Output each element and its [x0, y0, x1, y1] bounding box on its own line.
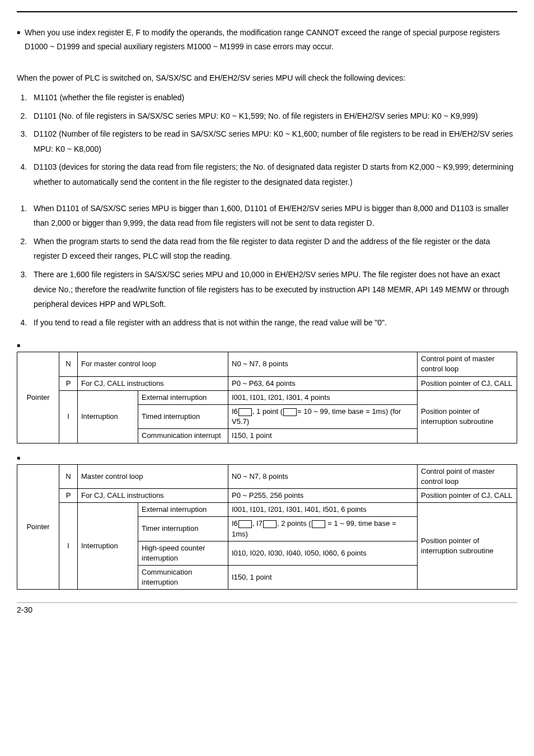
val-cell: I6, 1 point (= 10 ~ 99, time base = 1ms)…: [228, 405, 418, 429]
func-cell: Control point of master control loop: [418, 464, 517, 488]
intro-bullet: ■ When you use index register E, F to mo…: [17, 26, 517, 54]
placeholder-box-icon: [312, 520, 325, 528]
group-cell: Pointer: [17, 352, 59, 443]
sym-cell: P: [59, 488, 78, 502]
val-cell: I001, I101, I201, I301, 4 points: [228, 390, 418, 404]
desc-cell: For CJ, CALL instructions: [78, 376, 228, 390]
table-row: Pointer N Master control loop N0 ~ N7, 8…: [17, 464, 517, 488]
func-cell: Position pointer of CJ, CALL: [418, 488, 517, 502]
sym-cell: N: [59, 352, 78, 376]
pointer-table-2: Pointer N Master control loop N0 ~ N7, 8…: [17, 464, 517, 590]
val-cell: I150, 1 point: [228, 429, 418, 443]
sym-cell: I: [59, 390, 78, 443]
sym-cell: I: [59, 503, 78, 590]
placeholder-box-icon: [263, 520, 277, 528]
range-cell: N0 ~ N7, 8 points: [228, 352, 418, 376]
func-cell: Control point of master control loop: [418, 352, 517, 376]
table-row: P For CJ, CALL instructions P0 ~ P255, 2…: [17, 488, 517, 502]
notes-item: When the program starts to send the data…: [29, 234, 517, 264]
range-cell: P0 ~ P255, 256 points: [228, 488, 418, 502]
sym-cell: P: [59, 376, 78, 390]
check-item: D1102 (Number of file registers to be re…: [29, 127, 517, 156]
table-row: P For CJ, CALL instructions P0 ~ P63, 64…: [17, 376, 517, 390]
desc-cell: For master control loop: [78, 352, 228, 376]
sym-cell: N: [59, 464, 78, 488]
notes-item: When D1101 of SA/SX/SC series MPU is big…: [29, 201, 517, 231]
val-cell: I010, I020, I030, I040, I050, I060, 6 po…: [228, 541, 418, 565]
val-cell: I001, I101, I201, I301, I401, I501, 6 po…: [228, 503, 418, 517]
placeholder-box-icon: [238, 408, 252, 416]
placeholder-box-icon: [238, 520, 252, 528]
notes-item: There are 1,600 file registers in SA/SX/…: [29, 267, 517, 312]
func-cell: Position pointer of interruption subrout…: [418, 503, 517, 590]
type-cell: Communication interrupt: [138, 429, 228, 443]
square-bullet-icon: ■: [17, 28, 20, 54]
type-cell: Timer interruption: [138, 517, 228, 541]
desc-cell: Master control loop: [78, 464, 228, 488]
check-item: D1103 (devices for storing the data read…: [29, 160, 517, 189]
page-number: 2-30: [17, 602, 517, 616]
check-list: M1101 (whether the file register is enab…: [17, 90, 517, 190]
check-item: M1101 (whether the file register is enab…: [29, 90, 517, 105]
func-cell: Position pointer of CJ, CALL: [418, 376, 517, 390]
placeholder-box-icon: [283, 408, 297, 416]
table-row: I Interruption External interruption I00…: [17, 503, 517, 517]
table-row: I Interruption External interruption I00…: [17, 390, 517, 404]
sub-cell: Interruption: [78, 503, 138, 590]
table-row: Pointer N For master control loop N0 ~ N…: [17, 352, 517, 376]
notes-item: If you tend to read a file register with…: [29, 315, 517, 330]
check-item: D1101 (No. of file registers in SA/SX/SC…: [29, 109, 517, 124]
intro-bullet-text: When you use index register E, F to modi…: [25, 26, 517, 54]
val-cell: I6, I7, 2 points ( = 1 ~ 99, time base =…: [228, 517, 418, 541]
type-cell: High-speed counter interruption: [138, 541, 228, 565]
sub-cell: Interruption: [78, 390, 138, 443]
pointer-table-1: Pointer N For master control loop N0 ~ N…: [17, 352, 517, 443]
type-cell: Communication interruption: [138, 566, 228, 590]
type-cell: Timed interruption: [138, 405, 228, 429]
type-cell: External interruption: [138, 503, 228, 517]
type-cell: External interruption: [138, 390, 228, 404]
range-cell: N0 ~ N7, 8 points: [228, 464, 418, 488]
notes-list: When D1101 of SA/SX/SC series MPU is big…: [17, 201, 517, 330]
group-cell: Pointer: [17, 464, 59, 590]
check-intro: When the power of PLC is switched on, SA…: [17, 71, 517, 86]
section-bullet-icon: ■: [17, 341, 517, 349]
desc-cell: For CJ, CALL instructions: [78, 488, 228, 502]
section-bullet-icon: ■: [17, 454, 517, 462]
val-cell: I150, 1 point: [228, 566, 418, 590]
func-cell: Position pointer of interruption subrout…: [418, 390, 517, 443]
range-cell: P0 ~ P63, 64 points: [228, 376, 418, 390]
